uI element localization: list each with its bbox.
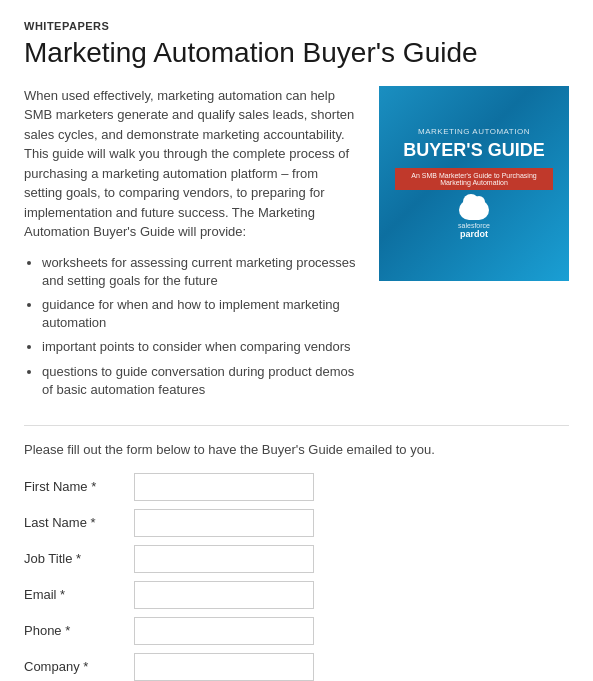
salesforce-cloud-icon (459, 200, 489, 220)
book-cover-ribbon: An SMB Marketer's Guide to Purchasing Ma… (395, 168, 553, 190)
bullet-list: worksheets for assessing current marketi… (24, 254, 359, 399)
first-name-row: First Name * (24, 473, 569, 501)
list-item: important points to consider when compar… (42, 338, 359, 356)
section-divider (24, 425, 569, 426)
list-item: worksheets for assessing current marketi… (42, 254, 359, 290)
list-item: guidance for when and how to implement m… (42, 296, 359, 332)
list-item: questions to guide conversation during p… (42, 363, 359, 399)
salesforce-logo-text: salesforce (458, 222, 490, 229)
company-row: Company * (24, 653, 569, 681)
email-row: Email * (24, 581, 569, 609)
book-cover-subtitle: MARKETING AUTOMATION (418, 127, 530, 136)
book-cover-title: BUYER'S GUIDE (403, 140, 544, 162)
last-name-row: Last Name * (24, 509, 569, 537)
email-label: Email * (24, 587, 134, 602)
phone-input[interactable] (134, 617, 314, 645)
company-label: Company * (24, 659, 134, 674)
job-title-label: Job Title * (24, 551, 134, 566)
description-text: When used effectively, marketing automat… (24, 86, 359, 405)
pardot-logo-text: pardot (460, 229, 488, 239)
content-area: When used effectively, marketing automat… (24, 86, 569, 405)
company-input[interactable] (134, 653, 314, 681)
book-cover-image: MARKETING AUTOMATION BUYER'S GUIDE An SM… (379, 86, 569, 281)
job-title-row: Job Title * (24, 545, 569, 573)
section-label: WHITEPAPERS (24, 20, 569, 32)
first-name-label: First Name * (24, 479, 134, 494)
phone-label: Phone * (24, 623, 134, 638)
last-name-input[interactable] (134, 509, 314, 537)
job-title-input[interactable] (134, 545, 314, 573)
last-name-label: Last Name * (24, 515, 134, 530)
page-title: Marketing Automation Buyer's Guide (24, 36, 569, 70)
book-cover-logo: salesforce pardot (458, 200, 490, 239)
first-name-input[interactable] (134, 473, 314, 501)
form-intro-text: Please fill out the form below to have t… (24, 442, 569, 457)
email-input[interactable] (134, 581, 314, 609)
intro-paragraph: When used effectively, marketing automat… (24, 86, 359, 242)
phone-row: Phone * (24, 617, 569, 645)
